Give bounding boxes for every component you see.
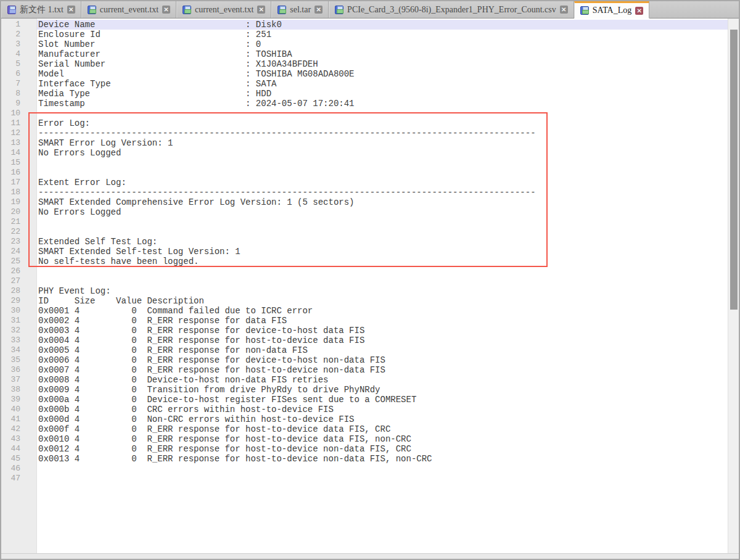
code-line[interactable]: Serial Number : X1J0A34BFDEH	[37, 59, 739, 69]
code-line[interactable]	[37, 474, 739, 484]
tab-6[interactable]: SATA_Log✕	[574, 1, 649, 19]
code-line[interactable]	[37, 217, 739, 227]
code-line[interactable]	[37, 168, 739, 178]
code-line[interactable]: ----------------------------------------…	[37, 187, 739, 197]
code-line[interactable]: 0x0008 4 0 Device-to-host non-data FIS r…	[37, 375, 739, 385]
code-line[interactable]: Extent Error Log:	[37, 178, 739, 187]
code-line[interactable]	[37, 464, 739, 474]
tab-label: SATA_Log	[593, 6, 631, 15]
line-number: 41	[1, 414, 36, 424]
code-line[interactable]	[37, 158, 739, 168]
code-line[interactable]: Slot Number : 0	[37, 39, 739, 49]
line-number: 33	[1, 336, 36, 345]
line-number: 43	[1, 434, 36, 444]
code-line[interactable]: Interface Type : SATA	[37, 79, 739, 89]
line-number: 32	[1, 326, 36, 336]
tab-label: current_event.txt	[195, 5, 253, 15]
tab-5[interactable]: PCIe_Card_3_(9560-8i)_Expander1_PHY_Erro…	[329, 1, 574, 18]
code-line[interactable]: PHY Event Log:	[37, 286, 739, 296]
line-number: 13	[1, 138, 36, 148]
line-number: 36	[1, 365, 36, 375]
code-line[interactable]: SMART Error Log Version: 1	[37, 138, 739, 148]
code-line[interactable]: 0x0012 4 0 R_ERR response for host-to-de…	[37, 444, 739, 454]
code-line[interactable]: Enclosure Id : 251	[37, 30, 739, 39]
code-area[interactable]: Device Name : Disk0Enclosure Id : 251Slo…	[37, 19, 739, 553]
code-line[interactable]: Model : TOSHIBA MG08ADA800E	[37, 69, 739, 79]
code-line[interactable]: No Errors Logged	[37, 148, 739, 158]
code-line[interactable]: 0x000a 4 0 Device-to-host register FISes…	[37, 395, 739, 405]
code-line[interactable]: Extended Self Test Log:	[37, 237, 739, 247]
tab-bar: 新文件 1.txt✕current_event.txt✕current_even…	[1, 1, 739, 19]
code-line[interactable]: SMART Extended Self-test Log Version: 1	[37, 247, 739, 257]
line-number: 20	[1, 207, 36, 217]
close-icon[interactable]: ✕	[314, 6, 323, 14]
floppy-disk-icon	[278, 6, 286, 14]
floppy-disk-icon	[183, 6, 191, 14]
line-number: 2	[1, 30, 36, 39]
line-number: 19	[1, 197, 36, 207]
code-line[interactable]: 0x000f 4 0 R_ERR response for host-to-de…	[37, 424, 739, 434]
code-line[interactable]: 0x0009 4 0 Transition from drive PhyRdy …	[37, 385, 739, 395]
close-icon[interactable]: ✕	[67, 6, 75, 14]
code-line[interactable]	[37, 227, 739, 237]
line-number: 31	[1, 316, 36, 326]
line-number: 15	[1, 158, 36, 168]
code-line[interactable]: 0x0004 4 0 R_ERR response for host-to-de…	[37, 336, 739, 345]
line-number: 21	[1, 217, 36, 227]
tab-3[interactable]: current_event.txt✕	[176, 1, 271, 18]
code-line[interactable]: No Errors Logged	[37, 207, 739, 217]
code-line[interactable]: ----------------------------------------…	[37, 128, 739, 138]
code-line[interactable]: Device Name : Disk0	[37, 20, 739, 30]
line-number: 40	[1, 405, 36, 414]
code-line[interactable]: 0x0003 4 0 R_ERR response for device-to-…	[37, 326, 739, 336]
floppy-disk-icon	[335, 6, 343, 14]
code-line[interactable]	[37, 276, 739, 286]
line-number: 47	[1, 474, 36, 484]
close-icon[interactable]: ✕	[162, 6, 170, 14]
tab-2[interactable]: current_event.txt✕	[81, 1, 176, 18]
tab-label: current_event.txt	[100, 5, 158, 15]
scrollbar-thumb[interactable]	[730, 30, 738, 310]
code-line[interactable]: 0x0006 4 0 R_ERR response for device-to-…	[37, 355, 739, 365]
floppy-disk-icon	[88, 6, 96, 14]
code-line[interactable]: 0x0007 4 0 R_ERR response for host-to-de…	[37, 365, 739, 375]
vertical-scrollbar[interactable]	[728, 19, 739, 553]
line-number: 29	[1, 296, 36, 306]
code-line[interactable]: Timestamp : 2024-05-07 17:20:41	[37, 99, 739, 109]
line-number: 23	[1, 237, 36, 247]
line-number: 37	[1, 375, 36, 385]
line-number: 10	[1, 109, 36, 118]
code-line[interactable]: 0x000b 4 0 CRC errors within host-to-dev…	[37, 405, 739, 414]
floppy-disk-icon	[7, 6, 16, 14]
code-line[interactable]: 0x000d 4 0 Non-CRC errors within host-to…	[37, 414, 739, 424]
line-number: 18	[1, 187, 36, 197]
code-line[interactable]: 0x0005 4 0 R_ERR response for non-data F…	[37, 345, 739, 355]
code-line[interactable]: 0x0010 4 0 R_ERR response for host-to-de…	[37, 434, 739, 444]
code-line[interactable]: 0x0002 4 0 R_ERR response for data FIS	[37, 316, 739, 326]
tab-4[interactable]: sel.tar✕	[271, 1, 329, 18]
code-line[interactable]: Error Log:	[37, 118, 739, 128]
code-line[interactable]	[37, 266, 739, 276]
line-number: 4	[1, 49, 36, 59]
line-number: 8	[1, 89, 36, 99]
code-line[interactable]: SMART Extended Comprehensive Error Log V…	[37, 197, 739, 207]
code-line[interactable]: Media Type : HDD	[37, 89, 739, 99]
close-icon[interactable]: ✕	[560, 6, 568, 14]
line-number: 5	[1, 59, 36, 69]
close-icon[interactable]: ✕	[635, 7, 643, 15]
floppy-disk-icon	[580, 6, 589, 15]
line-number: 27	[1, 276, 36, 286]
line-number: 9	[1, 99, 36, 109]
code-line[interactable]: Manufacturer : TOSHIBA	[37, 49, 739, 59]
code-line[interactable]: 0x0001 4 0 Command failed due to ICRC er…	[37, 306, 739, 316]
text-editor-window: 新文件 1.txt✕current_event.txt✕current_even…	[0, 0, 740, 560]
tab-1[interactable]: 新文件 1.txt✕	[1, 1, 81, 18]
code-line[interactable]: 0x0013 4 0 R_ERR response for host-to-de…	[37, 454, 739, 464]
code-line[interactable]: ID Size Value Description	[37, 296, 739, 306]
code-line[interactable]	[37, 109, 739, 118]
code-line[interactable]: No self-tests have been logged.	[37, 257, 739, 266]
close-icon[interactable]: ✕	[257, 6, 265, 14]
line-number: 7	[1, 79, 36, 89]
line-number: 11	[1, 118, 36, 128]
tab-bar-empty-space	[649, 1, 739, 18]
